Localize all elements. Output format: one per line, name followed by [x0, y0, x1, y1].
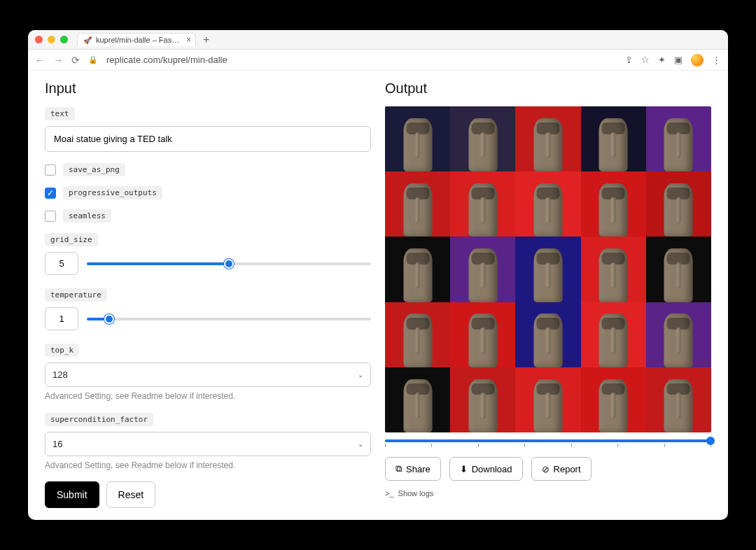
image-cell	[515, 171, 580, 237]
download-button[interactable]: ⬇ Download	[449, 457, 523, 481]
image-cell	[581, 237, 646, 302]
traffic-lights	[35, 36, 68, 43]
window-min-icon[interactable]	[48, 36, 55, 43]
row-progressive-outputs[interactable]: progressive_outputs	[45, 186, 371, 199]
image-cell	[581, 367, 646, 432]
image-cell	[385, 367, 450, 432]
row-save-as-png[interactable]: save_as_png	[45, 163, 371, 176]
window-close-icon[interactable]	[35, 36, 43, 43]
grid-size-value[interactable]: 5	[45, 252, 78, 275]
star-icon[interactable]: ☆	[641, 55, 650, 65]
address-bar: ← → ⟳ 🔒 replicate.com/kuprel/min-dalle ⇪…	[28, 50, 728, 71]
checkbox-save-as-png[interactable]	[45, 164, 56, 176]
new-tab-button[interactable]: +	[200, 34, 212, 46]
rocket-icon: 🚀	[83, 36, 92, 44]
image-cell	[515, 237, 580, 302]
image-cell	[450, 106, 515, 171]
image-cell	[385, 302, 450, 367]
grid-size-thumb[interactable]	[224, 259, 234, 269]
share-icon: ⧉	[396, 463, 402, 474]
supercondition-value: 16	[52, 439, 62, 449]
image-cell	[581, 302, 646, 367]
alert-icon: ⊘	[542, 464, 550, 474]
extensions-icon[interactable]: ✦	[658, 55, 666, 65]
avatar[interactable]	[691, 54, 704, 66]
temperature-thumb[interactable]	[104, 314, 114, 324]
select-supercondition[interactable]: 16 ⌄	[45, 432, 371, 456]
text-input[interactable]	[45, 126, 371, 152]
timeline-thumb[interactable]	[706, 437, 715, 445]
share-label: Share	[406, 464, 430, 474]
label-top-k: top_k	[45, 344, 79, 357]
image-cell	[646, 367, 711, 432]
image-cell	[385, 237, 450, 302]
output-heading: Output	[385, 80, 711, 97]
sidepanel-icon[interactable]: ▣	[674, 55, 682, 65]
share-button[interactable]: ⧉ Share	[385, 457, 441, 481]
label-grid-size: grid_size	[45, 233, 98, 246]
image-cell	[450, 367, 515, 432]
input-panel: Input text save_as_png progressive_outpu…	[45, 79, 371, 507]
tab-strip: 🚀 kuprel/min-dalle – Fast, minim… × +	[77, 33, 212, 46]
kebab-icon[interactable]: ⋮	[712, 55, 721, 65]
reload-icon[interactable]: ⟳	[71, 55, 80, 66]
image-cell	[515, 302, 580, 367]
submit-button[interactable]: Submit	[45, 481, 99, 508]
download-icon: ⬇	[460, 464, 468, 474]
chevron-down-icon: ⌄	[358, 440, 363, 448]
titlebar: 🚀 kuprel/min-dalle – Fast, minim… × +	[28, 30, 728, 50]
content: Input text save_as_png progressive_outpu…	[28, 71, 728, 520]
label-save-as-png: save_as_png	[63, 163, 125, 176]
label-temperature: temperature	[45, 288, 107, 302]
button-row: Submit Reset	[45, 481, 371, 508]
input-heading: Input	[45, 80, 371, 97]
share-icon[interactable]: ⇪	[625, 55, 633, 65]
label-supercondition: supercondition_factor	[45, 413, 153, 426]
grid-size-track[interactable]	[87, 262, 371, 265]
image-cell	[646, 237, 711, 302]
lock-icon: 🔒	[88, 55, 98, 64]
label-seamless: seamless	[63, 209, 111, 223]
browser-window: 🚀 kuprel/min-dalle – Fast, minim… × + ← …	[28, 30, 728, 520]
image-cell	[646, 302, 711, 367]
reset-button[interactable]: Reset	[106, 481, 156, 508]
image-cell	[385, 171, 450, 237]
output-timeline[interactable]	[385, 439, 711, 442]
show-logs-link[interactable]: >_ Show logs	[385, 489, 711, 498]
back-icon[interactable]: ←	[35, 55, 45, 66]
chevron-down-icon: ⌄	[358, 371, 363, 379]
checkbox-progressive-outputs[interactable]	[45, 188, 56, 199]
url-text[interactable]: replicate.com/kuprel/min-dalle	[106, 55, 617, 65]
output-panel: Output ⧉ Share ⬇ Download	[385, 79, 711, 507]
select-top-k[interactable]: 128 ⌄	[45, 362, 371, 387]
terminal-icon: >_	[385, 489, 394, 498]
tab-active[interactable]: 🚀 kuprel/min-dalle – Fast, minim… ×	[77, 33, 196, 46]
timeline-ticks	[385, 444, 711, 447]
slider-temperature: 1	[45, 307, 371, 330]
close-icon[interactable]: ×	[186, 35, 191, 45]
slider-grid-size: 5	[45, 252, 371, 275]
helper-top-k: Advanced Setting, see Readme below if in…	[45, 391, 371, 401]
image-cell	[646, 171, 711, 237]
image-cell	[385, 106, 450, 171]
forward-icon[interactable]: →	[53, 55, 63, 66]
image-cell	[515, 106, 580, 171]
output-buttons: ⧉ Share ⬇ Download ⊘ Report	[385, 457, 711, 481]
download-label: Download	[472, 464, 512, 474]
image-cell	[450, 302, 515, 367]
report-button[interactable]: ⊘ Report	[531, 457, 592, 481]
window-max-icon[interactable]	[60, 36, 68, 43]
temperature-track[interactable]	[87, 318, 371, 320]
image-cell	[450, 171, 515, 237]
show-logs-label: Show logs	[398, 489, 434, 498]
image-cell	[515, 367, 580, 432]
output-image	[385, 106, 711, 432]
top-k-value: 128	[52, 369, 68, 380]
image-cell	[646, 106, 711, 171]
image-cell	[450, 237, 515, 302]
checkbox-seamless[interactable]	[45, 211, 56, 222]
helper-supercondition: Advanced Setting, see Readme below if in…	[45, 460, 371, 470]
report-label: Report	[554, 464, 581, 474]
temperature-value[interactable]: 1	[45, 307, 78, 330]
row-seamless[interactable]: seamless	[45, 209, 371, 223]
